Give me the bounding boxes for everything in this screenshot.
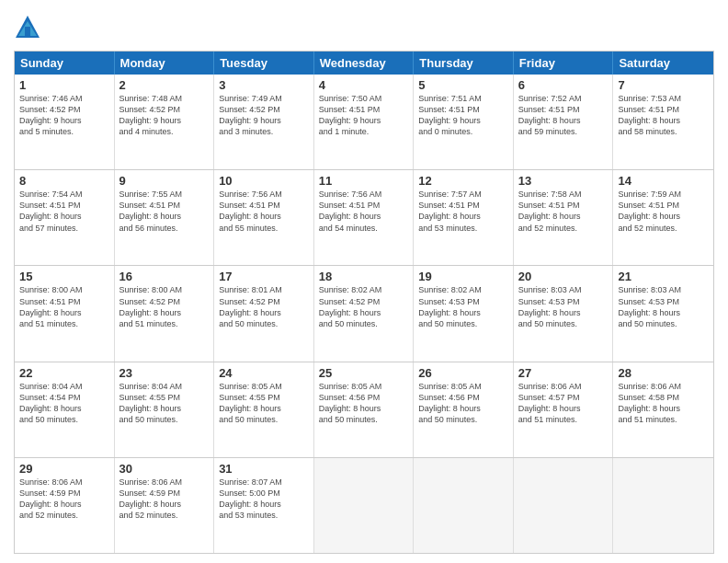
calendar-week: 29Sunrise: 8:06 AM Sunset: 4:59 PM Dayli… (15, 457, 713, 553)
day-info: Sunrise: 7:53 AM Sunset: 4:51 PM Dayligh… (618, 93, 709, 138)
day-number: 3 (219, 78, 309, 92)
day-number: 12 (418, 174, 508, 188)
calendar-day: 14Sunrise: 7:59 AM Sunset: 4:51 PM Dayli… (613, 170, 713, 265)
day-number: 17 (219, 270, 309, 283)
day-info: Sunrise: 7:59 AM Sunset: 4:51 PM Dayligh… (618, 189, 709, 234)
weekday-header: Tuesday (214, 52, 314, 75)
calendar-day: 19Sunrise: 8:02 AM Sunset: 4:53 PM Dayli… (414, 266, 514, 361)
calendar-day: 17Sunrise: 8:01 AM Sunset: 4:52 PM Dayli… (214, 266, 314, 361)
day-number: 15 (19, 270, 109, 283)
page: SundayMondayTuesdayWednesdayThursdayFrid… (0, 0, 728, 563)
day-number: 13 (518, 174, 609, 188)
calendar-day: 24Sunrise: 8:05 AM Sunset: 4:55 PM Dayli… (214, 362, 314, 457)
day-info: Sunrise: 8:07 AM Sunset: 5:00 PM Dayligh… (219, 477, 309, 522)
day-number: 4 (319, 78, 409, 92)
day-number: 6 (518, 78, 609, 92)
day-info: Sunrise: 7:48 AM Sunset: 4:52 PM Dayligh… (119, 93, 210, 138)
calendar-day: 15Sunrise: 8:00 AM Sunset: 4:51 PM Dayli… (15, 266, 115, 361)
calendar-day (613, 458, 713, 553)
day-info: Sunrise: 8:01 AM Sunset: 4:52 PM Dayligh… (219, 284, 309, 329)
calendar-day (414, 458, 514, 553)
weekday-header: Saturday (613, 52, 713, 75)
day-number: 20 (518, 270, 609, 283)
weekday-header: Monday (115, 52, 215, 75)
logo (14, 14, 45, 41)
calendar-day: 8Sunrise: 7:54 AM Sunset: 4:51 PM Daylig… (15, 170, 115, 265)
day-info: Sunrise: 8:02 AM Sunset: 4:52 PM Dayligh… (319, 284, 409, 329)
calendar-day: 6Sunrise: 7:52 AM Sunset: 4:51 PM Daylig… (514, 75, 614, 169)
day-number: 22 (19, 366, 109, 380)
day-info: Sunrise: 8:05 AM Sunset: 4:55 PM Dayligh… (219, 381, 309, 426)
day-number: 11 (319, 174, 409, 188)
calendar-day: 4Sunrise: 7:50 AM Sunset: 4:51 PM Daylig… (314, 75, 415, 169)
day-info: Sunrise: 7:51 AM Sunset: 4:51 PM Dayligh… (418, 93, 508, 138)
calendar-day: 7Sunrise: 7:53 AM Sunset: 4:51 PM Daylig… (613, 75, 713, 169)
calendar-day: 26Sunrise: 8:05 AM Sunset: 4:56 PM Dayli… (414, 362, 514, 457)
day-info: Sunrise: 8:03 AM Sunset: 4:53 PM Dayligh… (518, 284, 609, 329)
day-info: Sunrise: 8:06 AM Sunset: 4:58 PM Dayligh… (618, 381, 709, 426)
calendar-day (514, 458, 614, 553)
calendar-day: 21Sunrise: 8:03 AM Sunset: 4:53 PM Dayli… (613, 266, 713, 361)
calendar-day: 1Sunrise: 7:46 AM Sunset: 4:52 PM Daylig… (15, 75, 115, 169)
day-info: Sunrise: 7:58 AM Sunset: 4:51 PM Dayligh… (518, 189, 609, 234)
day-number: 1 (19, 78, 109, 92)
weekday-header: Friday (514, 52, 614, 75)
calendar-day: 23Sunrise: 8:04 AM Sunset: 4:55 PM Dayli… (115, 362, 215, 457)
day-number: 10 (219, 174, 309, 188)
calendar-day: 3Sunrise: 7:49 AM Sunset: 4:52 PM Daylig… (214, 75, 314, 169)
day-number: 21 (618, 270, 709, 283)
calendar-day: 31Sunrise: 8:07 AM Sunset: 5:00 PM Dayli… (214, 458, 314, 553)
day-info: Sunrise: 7:54 AM Sunset: 4:51 PM Dayligh… (19, 189, 109, 234)
calendar-day: 29Sunrise: 8:06 AM Sunset: 4:59 PM Dayli… (15, 458, 115, 553)
day-info: Sunrise: 8:04 AM Sunset: 4:55 PM Dayligh… (119, 381, 210, 426)
calendar-day: 13Sunrise: 7:58 AM Sunset: 4:51 PM Dayli… (514, 170, 614, 265)
weekday-header: Wednesday (314, 52, 415, 75)
day-number: 23 (119, 366, 210, 380)
day-number: 5 (418, 78, 508, 92)
day-number: 7 (618, 78, 709, 92)
day-info: Sunrise: 7:50 AM Sunset: 4:51 PM Dayligh… (319, 93, 409, 138)
calendar-day: 16Sunrise: 8:00 AM Sunset: 4:52 PM Dayli… (115, 266, 215, 361)
day-info: Sunrise: 7:52 AM Sunset: 4:51 PM Dayligh… (518, 93, 609, 138)
day-number: 2 (119, 78, 210, 92)
calendar-header: SundayMondayTuesdayWednesdayThursdayFrid… (15, 52, 713, 75)
calendar-day: 5Sunrise: 7:51 AM Sunset: 4:51 PM Daylig… (414, 75, 514, 169)
day-info: Sunrise: 8:06 AM Sunset: 4:59 PM Dayligh… (19, 477, 109, 522)
logo-icon (14, 14, 41, 41)
calendar-day: 20Sunrise: 8:03 AM Sunset: 4:53 PM Dayli… (514, 266, 614, 361)
day-info: Sunrise: 8:06 AM Sunset: 4:59 PM Dayligh… (119, 477, 210, 522)
day-info: Sunrise: 8:03 AM Sunset: 4:53 PM Dayligh… (618, 284, 709, 329)
calendar-day: 22Sunrise: 8:04 AM Sunset: 4:54 PM Dayli… (15, 362, 115, 457)
calendar-day: 10Sunrise: 7:56 AM Sunset: 4:51 PM Dayli… (214, 170, 314, 265)
day-info: Sunrise: 8:05 AM Sunset: 4:56 PM Dayligh… (319, 381, 409, 426)
day-info: Sunrise: 8:00 AM Sunset: 4:52 PM Dayligh… (119, 284, 210, 329)
day-number: 28 (618, 366, 709, 380)
calendar-day: 18Sunrise: 8:02 AM Sunset: 4:52 PM Dayli… (314, 266, 415, 361)
calendar-day: 11Sunrise: 7:56 AM Sunset: 4:51 PM Dayli… (314, 170, 415, 265)
day-info: Sunrise: 7:57 AM Sunset: 4:51 PM Dayligh… (418, 189, 508, 234)
day-info: Sunrise: 7:56 AM Sunset: 4:51 PM Dayligh… (319, 189, 409, 234)
day-number: 31 (219, 462, 309, 476)
day-info: Sunrise: 7:55 AM Sunset: 4:51 PM Dayligh… (119, 189, 210, 234)
day-number: 27 (518, 366, 609, 380)
weekday-header: Thursday (414, 52, 514, 75)
svg-rect-2 (25, 27, 30, 36)
day-number: 30 (119, 462, 210, 476)
day-info: Sunrise: 7:49 AM Sunset: 4:52 PM Dayligh… (219, 93, 309, 138)
day-info: Sunrise: 8:04 AM Sunset: 4:54 PM Dayligh… (19, 381, 109, 426)
calendar-week: 22Sunrise: 8:04 AM Sunset: 4:54 PM Dayli… (15, 362, 713, 457)
day-number: 18 (319, 270, 409, 283)
calendar-day: 25Sunrise: 8:05 AM Sunset: 4:56 PM Dayli… (314, 362, 415, 457)
header (14, 14, 714, 41)
day-number: 14 (618, 174, 709, 188)
day-number: 25 (319, 366, 409, 380)
calendar-day: 12Sunrise: 7:57 AM Sunset: 4:51 PM Dayli… (414, 170, 514, 265)
weekday-header: Sunday (15, 52, 115, 75)
calendar-day (314, 458, 415, 553)
calendar: SundayMondayTuesdayWednesdayThursdayFrid… (14, 51, 714, 554)
day-number: 29 (19, 462, 109, 476)
calendar-week: 1Sunrise: 7:46 AM Sunset: 4:52 PM Daylig… (15, 75, 713, 169)
calendar-body: 1Sunrise: 7:46 AM Sunset: 4:52 PM Daylig… (15, 75, 713, 553)
day-info: Sunrise: 7:46 AM Sunset: 4:52 PM Dayligh… (19, 93, 109, 138)
calendar-week: 15Sunrise: 8:00 AM Sunset: 4:51 PM Dayli… (15, 265, 713, 361)
